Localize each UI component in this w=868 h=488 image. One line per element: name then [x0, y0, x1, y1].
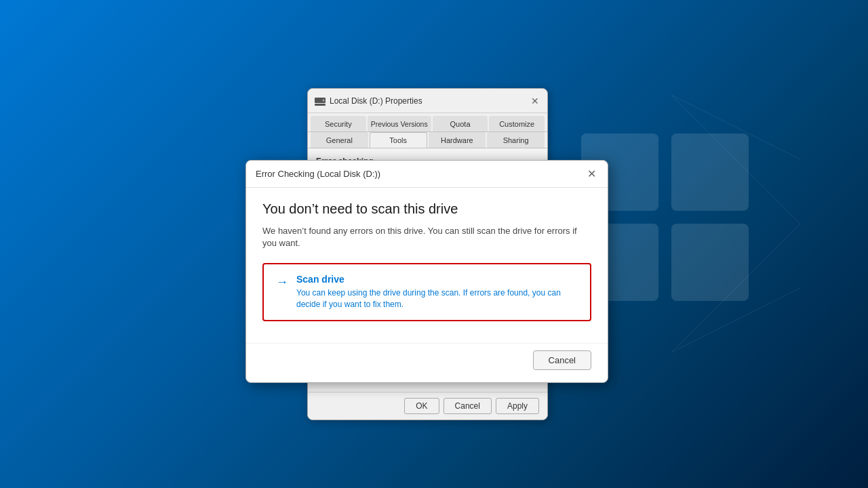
dialog-close-button[interactable]: ✕	[585, 167, 598, 181]
properties-tabs-row1: Security Previous Versions Quota Customi…	[308, 113, 547, 132]
tab-quota[interactable]: Quota	[433, 116, 488, 131]
tab-customize[interactable]: Customize	[489, 116, 545, 131]
svg-rect-3	[671, 224, 749, 301]
properties-tabs-row2: General Tools Hardware Sharing	[308, 132, 547, 148]
dialog-footer: Cancel	[246, 343, 608, 382]
scan-drive-option[interactable]: → Scan drive You can keep using the driv…	[262, 263, 591, 321]
properties-close-button[interactable]: ✕	[530, 96, 540, 106]
dialog-body: You don’t need to scan this drive We hav…	[246, 188, 608, 340]
svg-point-10	[323, 99, 325, 101]
tab-security[interactable]: Security	[311, 116, 366, 131]
tab-general[interactable]: General	[311, 132, 368, 148]
scan-option-content: Scan drive You can keep using the drive …	[296, 274, 578, 310]
apply-button[interactable]: Apply	[496, 398, 539, 414]
ok-button[interactable]: OK	[404, 398, 439, 414]
tab-previous-versions[interactable]: Previous Versions	[368, 116, 431, 131]
properties-titlebar: Local Disk (D:) Properties ✕	[308, 89, 547, 113]
scan-drive-description: You can keep using the drive during the …	[296, 287, 578, 310]
dialog-titlebar: Error Checking (Local Disk (D:)) ✕	[246, 161, 608, 188]
dialog-description: We haven’t found any errors on this driv…	[262, 225, 591, 249]
scan-arrow-icon: →	[276, 275, 288, 289]
drive-icon	[315, 96, 326, 106]
dialog-heading: You don’t need to scan this drive	[262, 201, 591, 217]
properties-footer: OK Cancel Apply	[308, 392, 547, 420]
svg-rect-9	[315, 104, 326, 106]
svg-rect-1	[671, 134, 749, 211]
tab-sharing[interactable]: Sharing	[487, 132, 545, 148]
titlebar-left: Local Disk (D:) Properties	[315, 96, 422, 106]
tab-hardware[interactable]: Hardware	[429, 132, 486, 148]
tab-tools[interactable]: Tools	[370, 132, 427, 148]
error-checking-dialog: Error Checking (Local Disk (D:)) ✕ You d…	[245, 160, 608, 383]
properties-title: Local Disk (D:) Properties	[330, 96, 422, 106]
cancel-button-props[interactable]: Cancel	[443, 398, 492, 414]
dialog-cancel-button[interactable]: Cancel	[533, 350, 591, 370]
scan-drive-title: Scan drive	[296, 274, 578, 285]
dialog-title: Error Checking (Local Disk (D:))	[256, 169, 380, 179]
